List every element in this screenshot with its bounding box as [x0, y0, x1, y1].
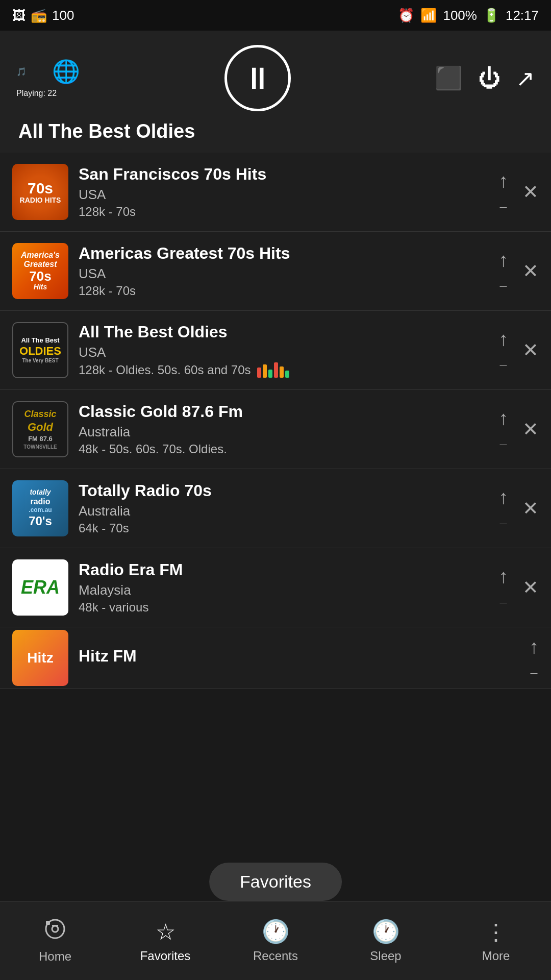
move-up-button[interactable]: ↑— — [498, 407, 508, 451]
station-name: Radio Era FM — [79, 560, 488, 579]
sleep-icon: 🕐 — [372, 918, 400, 945]
station-bitrate: 48k - 50s. 60s. 70s. Oldies. — [79, 442, 488, 456]
station-item[interactable]: Classic Gold FM 87.6 TOWNSVILLE Classic … — [0, 390, 551, 469]
station-info: Radio Era FM Malaysia 48k - various — [68, 560, 498, 615]
sleep-label: Sleep — [370, 949, 401, 963]
power-button[interactable]: ⏻ — [478, 65, 500, 91]
home-label: Home — [39, 949, 71, 964]
move-up-button[interactable]: ↑— — [498, 328, 508, 372]
station-item[interactable]: America's Greatest 70s Hits Americas Gre… — [0, 232, 551, 311]
station-logo: Hitz — [12, 630, 68, 686]
station-logo: All The Best OLDIES The Very BEST — [12, 322, 68, 378]
station-item[interactable]: All The Best OLDIES The Very BEST All Th… — [0, 311, 551, 390]
station-actions: ↑— ✕ — [498, 249, 539, 293]
move-up-button[interactable]: ↑— — [498, 170, 508, 214]
station-country: USA — [79, 266, 488, 282]
player-right-controls: ⬛ ⏻ ↗ — [435, 65, 535, 91]
remove-button[interactable]: ✕ — [522, 339, 539, 361]
station-item[interactable]: ERA Radio Era FM Malaysia 48k - various … — [0, 548, 551, 627]
status-number: 100 — [52, 8, 74, 23]
svg-point-3 — [52, 926, 58, 932]
station-country: USA — [79, 187, 488, 203]
app-icon: 📻 — [31, 8, 47, 23]
station-item[interactable]: 70s RADIO HITS San Franciscos 70s Hits U… — [0, 153, 551, 232]
station-info: All The Best Oldies USA 128k - Oldies. 5… — [68, 323, 498, 378]
recents-label: Recents — [253, 949, 298, 963]
alarm-icon: ⏰ — [398, 8, 414, 23]
station-actions: ↑— ✕ — [498, 566, 539, 609]
move-up-button[interactable]: ↑— — [498, 486, 508, 530]
station-bitrate: 128k - 70s — [79, 205, 488, 219]
station-info: Hitz FM — [68, 647, 529, 669]
station-logo: totally radio .com.au 70's — [12, 480, 68, 536]
status-right: ⏰ 📶 100% 🔋 12:17 — [398, 8, 539, 23]
globe-icon[interactable]: 🌐 — [52, 58, 80, 85]
station-info: San Franciscos 70s Hits USA 128k - 70s — [68, 165, 498, 219]
station-actions: ↑— — [529, 636, 539, 680]
svg-rect-4 — [52, 925, 58, 926]
station-bitrate: 48k - various — [79, 600, 488, 615]
nav-recents[interactable]: 🕐 Recents — [220, 918, 331, 963]
music-icon[interactable]: 🎵 — [16, 67, 27, 77]
remove-button[interactable]: ✕ — [522, 181, 539, 203]
station-actions: ↑— ✕ — [498, 486, 539, 530]
image-icon: 🖼 — [12, 8, 26, 23]
station-country: Australia — [79, 424, 488, 440]
station-country: USA — [79, 345, 488, 360]
svg-point-2 — [46, 920, 64, 938]
station-name: Totally Radio 70s — [79, 481, 488, 500]
station-bitrate: 128k - 70s — [79, 284, 488, 298]
station-logo: Classic Gold FM 87.6 TOWNSVILLE — [12, 401, 68, 457]
bar — [257, 368, 261, 378]
bar — [263, 364, 267, 378]
current-station-title: All The Best Oldies — [16, 120, 535, 142]
share-button[interactable]: ↗ — [516, 65, 535, 91]
station-info: Classic Gold 87.6 Fm Australia 48k - 50s… — [68, 402, 498, 456]
station-item[interactable]: Hitz Hitz FM ↑— — [0, 627, 551, 689]
station-name: Americas Greatest 70s Hits — [79, 244, 488, 263]
station-name: Hitz FM — [79, 647, 519, 666]
station-name: All The Best Oldies — [79, 323, 488, 341]
status-bar: 🖼 📻 100 ⏰ 📶 100% 🔋 12:17 — [0, 0, 551, 31]
stop-button[interactable]: ⬛ — [435, 65, 463, 91]
move-up-button[interactable]: ↑— — [498, 566, 508, 609]
player-header: 🎵 🌐 Playing: 22 ⬛ ⏻ ↗ All The Best Oldie… — [0, 31, 551, 153]
nav-sleep[interactable]: 🕐 Sleep — [331, 918, 441, 963]
recents-icon: 🕐 — [262, 918, 290, 945]
playing-bars — [257, 362, 289, 378]
bar — [268, 370, 272, 378]
home-icon — [44, 918, 66, 945]
nav-favorites[interactable]: ☆ Favorites — [110, 919, 220, 963]
favorites-tooltip: Favorites — [209, 863, 342, 901]
battery-icon: 🔋 — [483, 8, 499, 23]
remove-button[interactable]: ✕ — [522, 260, 539, 282]
remove-button[interactable]: ✕ — [522, 576, 539, 599]
move-up-button[interactable]: ↑— — [529, 636, 539, 680]
station-info: Americas Greatest 70s Hits USA 128k - 70… — [68, 244, 498, 298]
remove-button[interactable]: ✕ — [522, 497, 539, 520]
station-name: San Franciscos 70s Hits — [79, 165, 488, 184]
bar — [280, 366, 284, 378]
station-actions: ↑— ✕ — [498, 170, 539, 214]
more-label: More — [482, 949, 510, 963]
battery-label: 100% — [443, 8, 477, 23]
time-label: 12:17 — [506, 8, 539, 23]
pause-button[interactable] — [224, 45, 291, 111]
bar — [274, 362, 278, 378]
station-info: Totally Radio 70s Australia 64k - 70s — [68, 481, 498, 535]
wifi-icon: 📶 — [420, 8, 437, 23]
nav-more[interactable]: ⋮ More — [441, 919, 551, 963]
bottom-nav: Home ☆ Favorites 🕐 Recents 🕐 Sleep ⋮ Mor… — [0, 901, 551, 980]
favorites-icon: ☆ — [156, 919, 176, 945]
move-up-button[interactable]: ↑— — [498, 249, 508, 293]
station-bitrate: 128k - Oldies. 50s. 60s and 70s — [79, 362, 488, 378]
station-item[interactable]: totally radio .com.au 70's Totally Radio… — [0, 469, 551, 548]
station-logo: 70s RADIO HITS — [12, 164, 68, 220]
nav-home[interactable]: Home — [0, 918, 110, 964]
favorites-label: Favorites — [140, 949, 191, 963]
remove-button[interactable]: ✕ — [522, 418, 539, 440]
station-bitrate: 64k - 70s — [79, 521, 488, 535]
station-logo: ERA — [12, 559, 68, 616]
playing-label: Playing: 22 — [16, 89, 57, 98]
station-list: 70s RADIO HITS San Franciscos 70s Hits U… — [0, 153, 551, 770]
